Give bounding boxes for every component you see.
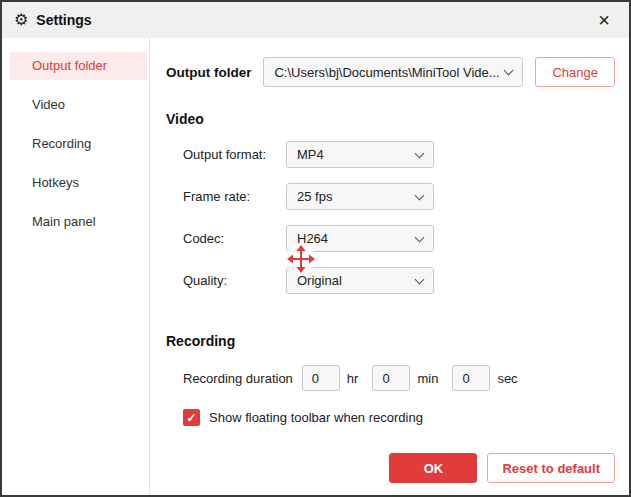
frame-rate-dropdown[interactable]: 25 fps bbox=[286, 183, 434, 210]
gear-icon: ⚙ bbox=[14, 12, 28, 28]
output-folder-path: C:\Users\bj\Documents\MiniTool Vide... bbox=[274, 65, 499, 80]
quality-row: Quality: Original bbox=[183, 267, 615, 294]
settings-window: ⚙ Settings × Output folder Video Recordi… bbox=[0, 0, 631, 497]
change-button[interactable]: Change bbox=[535, 57, 615, 87]
titlebar: ⚙ Settings × bbox=[2, 2, 629, 38]
codec-row: Codec: H264 bbox=[183, 225, 615, 252]
footer: OK Reset to default bbox=[166, 443, 615, 483]
ok-button[interactable]: OK bbox=[389, 453, 477, 483]
output-format-value: MP4 bbox=[297, 147, 324, 162]
quality-label: Quality: bbox=[183, 273, 286, 288]
chevron-down-icon bbox=[415, 148, 425, 158]
seconds-input[interactable] bbox=[452, 365, 490, 391]
seconds-unit-label: sec bbox=[497, 371, 517, 386]
codec-dropdown[interactable]: H264 bbox=[286, 225, 434, 252]
quality-dropdown[interactable]: Original bbox=[286, 267, 434, 294]
frame-rate-row: Frame rate: 25 fps bbox=[183, 183, 615, 210]
output-format-dropdown[interactable]: MP4 bbox=[286, 141, 434, 168]
sidebar: Output folder Video Recording Hotkeys Ma… bbox=[2, 38, 150, 495]
recording-section-heading: Recording bbox=[166, 333, 615, 349]
chevron-down-icon bbox=[504, 66, 514, 76]
close-button[interactable]: × bbox=[593, 10, 615, 30]
output-folder-dropdown[interactable]: C:\Users\bj\Documents\MiniTool Vide... bbox=[263, 57, 523, 87]
chevron-down-icon bbox=[415, 232, 425, 242]
reset-to-default-button[interactable]: Reset to default bbox=[487, 453, 615, 483]
chevron-down-icon bbox=[415, 274, 425, 284]
sidebar-item-main-panel[interactable]: Main panel bbox=[10, 208, 147, 236]
codec-value: H264 bbox=[297, 231, 328, 246]
frame-rate-label: Frame rate: bbox=[183, 189, 286, 204]
sidebar-item-output-folder[interactable]: Output folder bbox=[10, 52, 147, 80]
frame-rate-value: 25 fps bbox=[297, 189, 332, 204]
sidebar-item-video[interactable]: Video bbox=[10, 91, 147, 119]
hours-unit-label: hr bbox=[347, 371, 359, 386]
minutes-unit-label: min bbox=[417, 371, 438, 386]
sidebar-item-recording[interactable]: Recording bbox=[10, 130, 147, 158]
video-section-heading: Video bbox=[166, 111, 615, 127]
settings-content: Output folder C:\Users\bj\Documents\Mini… bbox=[150, 38, 629, 495]
codec-label: Codec: bbox=[183, 231, 286, 246]
floating-toolbar-checkbox[interactable]: ✓ bbox=[183, 409, 200, 426]
recording-duration-row: Recording duration hr min sec bbox=[183, 365, 615, 391]
window-title: Settings bbox=[36, 12, 91, 28]
main-area: Output folder Video Recording Hotkeys Ma… bbox=[2, 38, 629, 495]
sidebar-item-hotkeys[interactable]: Hotkeys bbox=[10, 169, 147, 197]
output-folder-label: Output folder bbox=[166, 65, 251, 80]
minutes-input[interactable] bbox=[372, 365, 410, 391]
recording-duration-label: Recording duration bbox=[183, 371, 293, 386]
output-format-row: Output format: MP4 bbox=[183, 141, 615, 168]
quality-value: Original bbox=[297, 273, 342, 288]
output-folder-row: Output folder C:\Users\bj\Documents\Mini… bbox=[166, 57, 615, 87]
chevron-down-icon bbox=[415, 190, 425, 200]
hours-input[interactable] bbox=[302, 365, 340, 391]
floating-toolbar-label: Show floating toolbar when recording bbox=[209, 410, 423, 425]
floating-toolbar-row: ✓ Show floating toolbar when recording bbox=[183, 409, 615, 426]
output-format-label: Output format: bbox=[183, 147, 286, 162]
